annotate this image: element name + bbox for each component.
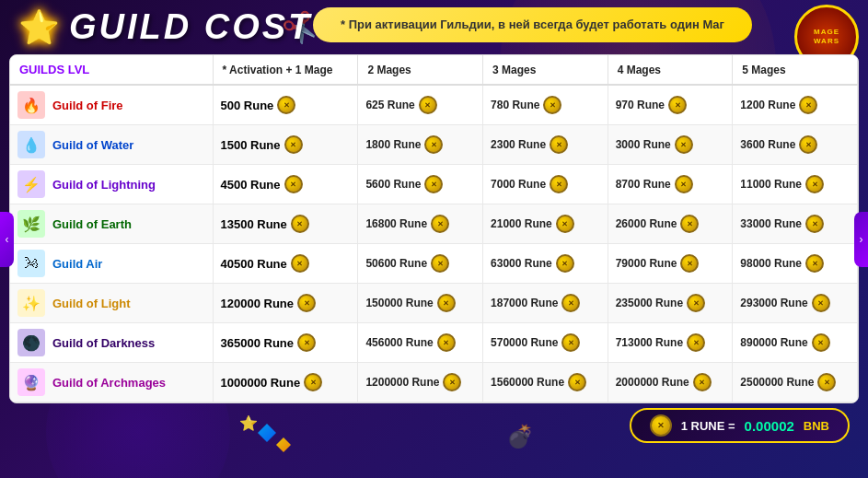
rune-value: 1800 Rune bbox=[365, 138, 421, 151]
rune-value: 970 Rune bbox=[616, 99, 665, 111]
5mages-cell-4: 98000 Rune bbox=[733, 244, 858, 284]
guild-icon-3: 🌿 bbox=[17, 210, 45, 238]
col-5mages: 5 Mages bbox=[733, 55, 858, 85]
rune-coin-icon bbox=[550, 135, 568, 154]
4mages-cell-6: 713000 Rune bbox=[608, 323, 733, 363]
table-row: 🔮 Guild of Archmages 1000000 Rune 120000… bbox=[10, 363, 858, 402]
table-row: 🌿 Guild of Earth 13500 Rune 16800 Rune 2… bbox=[10, 204, 858, 244]
right-arrow[interactable]: › bbox=[854, 212, 868, 267]
rune-value: 625 Rune bbox=[365, 99, 414, 111]
4mages-cell-4: 79000 Rune bbox=[608, 244, 733, 284]
guild-name-5: Guild of Light bbox=[52, 297, 130, 310]
rune-coin-icon bbox=[443, 373, 461, 391]
2mages-cell-1: 1800 Rune bbox=[358, 125, 483, 165]
guild-icon-7: 🔮 bbox=[17, 368, 45, 396]
footer: 1 RUNE = 0.00002 BNB bbox=[0, 405, 868, 446]
rune-value: 11000 Rune bbox=[740, 178, 802, 191]
rune-coin-icon bbox=[419, 96, 437, 114]
rune-rate-container: 1 RUNE = 0.00002 BNB bbox=[630, 408, 850, 443]
4mages-cell-0: 970 Rune bbox=[608, 85, 733, 125]
guild-name-0: Guild of Fire bbox=[52, 99, 123, 112]
5mages-cell-0: 1200 Rune bbox=[733, 85, 858, 125]
table-row: ✨ Guild of Light 120000 Rune 150000 Rune… bbox=[10, 284, 858, 323]
3mages-cell-4: 63000 Rune bbox=[483, 244, 608, 284]
3mages-cell-2: 7000 Rune bbox=[483, 165, 608, 204]
rune-coin-icon bbox=[550, 175, 568, 193]
guild-icon-6: 🌑 bbox=[17, 329, 45, 356]
guild-cost-table: GUILDS LVL * Activation + 1 Mage 2 Mages… bbox=[9, 54, 859, 403]
rune-value: 7000 Rune bbox=[491, 178, 546, 191]
2mages-cell-2: 5600 Rune bbox=[358, 165, 483, 204]
guild-cell-0: 🔥 Guild of Fire bbox=[10, 85, 213, 125]
guild-name-4: Guild Air bbox=[52, 257, 102, 271]
rune-coin-icon bbox=[556, 254, 574, 273]
page-title: GUILD COST bbox=[69, 7, 312, 47]
table-row: 🌑 Guild of Darkness 365000 Rune 456000 R… bbox=[10, 323, 858, 363]
4mages-cell-2: 8700 Rune bbox=[608, 165, 733, 204]
rune-value: 3000 Rune bbox=[616, 138, 671, 151]
left-arrow[interactable]: ‹ bbox=[0, 212, 14, 267]
rune-coin-icon bbox=[297, 294, 316, 312]
rune-coin-icon bbox=[680, 215, 699, 233]
2mages-cell-6: 456000 Rune bbox=[358, 323, 483, 363]
guild-cell-2: ⚡ Guild of Lightning bbox=[10, 165, 213, 204]
rune-coin-icon bbox=[431, 254, 449, 273]
5mages-cell-1: 3600 Rune bbox=[733, 125, 858, 165]
table-row: 🌬 Guild Air 40500 Rune 50600 Rune 63000 … bbox=[10, 244, 858, 284]
rune-coin-icon bbox=[693, 373, 712, 391]
rune-coin-icon bbox=[291, 215, 309, 233]
4mages-cell-3: 26000 Rune bbox=[608, 204, 733, 244]
rune-coin-icon bbox=[437, 333, 456, 352]
rune-value: 16800 Rune bbox=[365, 217, 427, 230]
col-4mages: 4 Mages bbox=[608, 55, 733, 85]
table-row: 💧 Guild of Water 1500 Rune 1800 Rune 230… bbox=[10, 125, 858, 165]
rune-coin-icon bbox=[561, 294, 580, 312]
rune-value: 63000 Rune bbox=[491, 257, 552, 270]
rune-value: 150000 Rune bbox=[365, 297, 433, 309]
3mages-cell-7: 1560000 Rune bbox=[483, 363, 608, 402]
guild-name-6: Guild of Darkness bbox=[52, 336, 155, 350]
rune-coin-icon bbox=[687, 294, 705, 312]
rune-value: 13500 Rune bbox=[221, 217, 287, 231]
3mages-cell-5: 187000 Rune bbox=[483, 284, 608, 323]
guild-cell-4: 🌬 Guild Air bbox=[10, 244, 213, 284]
rune-value: 293000 Rune bbox=[740, 297, 807, 309]
rune-value: 1500 Rune bbox=[221, 138, 281, 152]
5mages-cell-5: 293000 Rune bbox=[733, 284, 858, 323]
rune-rate-label: 1 RUNE = bbox=[681, 419, 735, 433]
rune-coin-icon bbox=[424, 135, 443, 154]
rune-coin-icon bbox=[304, 373, 322, 391]
col-activation: * Activation + 1 Mage bbox=[213, 55, 358, 85]
rune-value: 98000 Rune bbox=[740, 257, 802, 270]
rune-rate-value: 0.00002 bbox=[745, 418, 794, 434]
rune-value: 713000 Rune bbox=[616, 336, 683, 349]
rune-value: 50600 Rune bbox=[365, 257, 427, 270]
rune-coin-icon bbox=[543, 96, 561, 114]
rune-value: 1200 Rune bbox=[740, 99, 795, 111]
activation-cell-1: 1500 Rune bbox=[213, 125, 358, 165]
table-row: ⚡ Guild of Lightning 4500 Rune 5600 Rune… bbox=[10, 165, 858, 204]
5mages-cell-3: 33000 Rune bbox=[733, 204, 858, 244]
rune-value: 2000000 Rune bbox=[616, 376, 689, 389]
guild-cell-3: 🌿 Guild of Earth bbox=[10, 204, 213, 244]
guild-name-2: Guild of Lightning bbox=[52, 178, 156, 192]
5mages-cell-7: 2500000 Rune bbox=[733, 363, 858, 402]
rune-coin-icon bbox=[431, 215, 449, 233]
rune-coin-icon bbox=[291, 254, 309, 273]
rune-coin-icon bbox=[284, 175, 303, 193]
rune-value: 40500 Rune bbox=[221, 257, 287, 271]
activation-cell-3: 13500 Rune bbox=[213, 204, 358, 244]
rune-coin-icon bbox=[812, 333, 830, 352]
rune-value: 21000 Rune bbox=[491, 217, 552, 230]
activation-cell-2: 4500 Rune bbox=[213, 165, 358, 204]
rune-coin-icon bbox=[675, 135, 693, 154]
rune-coin-icon bbox=[277, 96, 295, 114]
rune-coin-footer bbox=[650, 414, 672, 437]
rune-coin-icon bbox=[805, 175, 824, 193]
rune-value: 120000 Rune bbox=[221, 297, 295, 310]
rune-coin-icon bbox=[799, 135, 817, 154]
table-header: GUILDS LVL * Activation + 1 Mage 2 Mages… bbox=[10, 55, 858, 85]
guild-cell-1: 💧 Guild of Water bbox=[10, 125, 213, 165]
rune-value: 79000 Rune bbox=[616, 257, 677, 270]
rune-value: 1200000 Rune bbox=[365, 376, 439, 389]
